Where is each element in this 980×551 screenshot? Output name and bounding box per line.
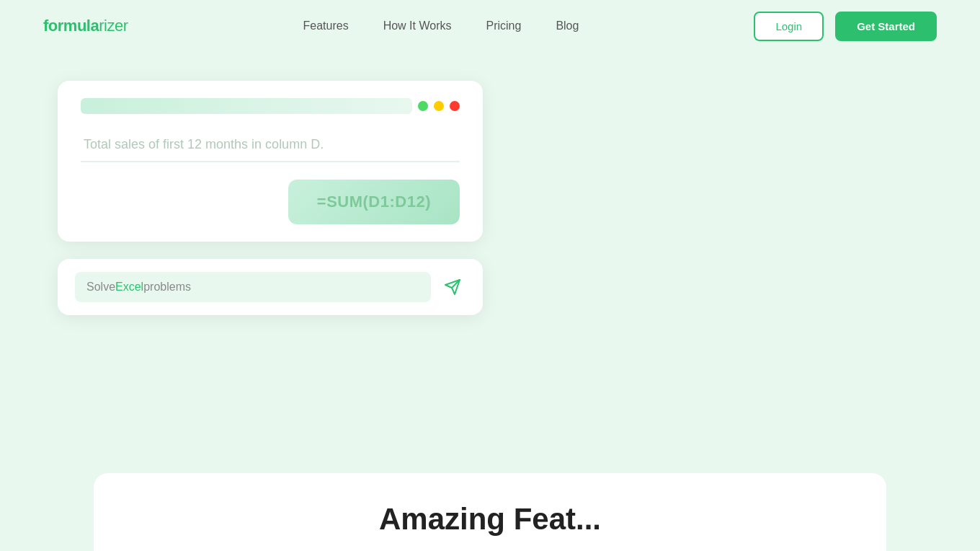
logo-formula: formula — [43, 17, 99, 35]
main-content: Total sales of first 12 months in column… — [0, 52, 980, 344]
send-button[interactable] — [440, 274, 466, 300]
solve-text: Solve — [86, 281, 115, 294]
dot-green — [418, 101, 428, 111]
problems-text: problems — [143, 281, 191, 294]
excel-text: Excel — [115, 281, 143, 294]
nav-blog[interactable]: Blog — [556, 19, 579, 32]
search-card: Solve Excel problems — [58, 259, 483, 315]
navbar: formularizer Features How It Works Prici… — [0, 0, 980, 52]
nav-how-it-works[interactable]: How It Works — [383, 19, 452, 32]
logo-rizer: rizer — [99, 17, 128, 35]
main-card: Total sales of first 12 months in column… — [58, 81, 483, 242]
search-input-wrapper[interactable]: Solve Excel problems — [75, 272, 431, 302]
get-started-button[interactable]: Get Started — [835, 12, 937, 41]
input-placeholder-text: Total sales of first 12 months in column… — [84, 137, 324, 151]
login-button[interactable]: Login — [754, 12, 824, 41]
nav-pricing[interactable]: Pricing — [486, 19, 521, 32]
nav-actions: Login Get Started — [754, 12, 937, 41]
logo[interactable]: formularizer — [43, 17, 128, 35]
address-bar — [81, 98, 412, 114]
window-controls — [81, 98, 460, 114]
output-area: =SUM(D1:D12) — [81, 180, 460, 224]
formula-badge: =SUM(D1:D12) — [288, 180, 460, 224]
bottom-title: Amazing Feat... — [137, 502, 843, 537]
dot-yellow — [434, 101, 444, 111]
input-area: Total sales of first 12 months in column… — [81, 128, 460, 162]
bottom-section: Amazing Feat... — [94, 473, 886, 551]
nav-features[interactable]: Features — [303, 19, 349, 32]
dot-red — [450, 101, 460, 111]
nav-links: Features How It Works Pricing Blog — [303, 19, 579, 32]
